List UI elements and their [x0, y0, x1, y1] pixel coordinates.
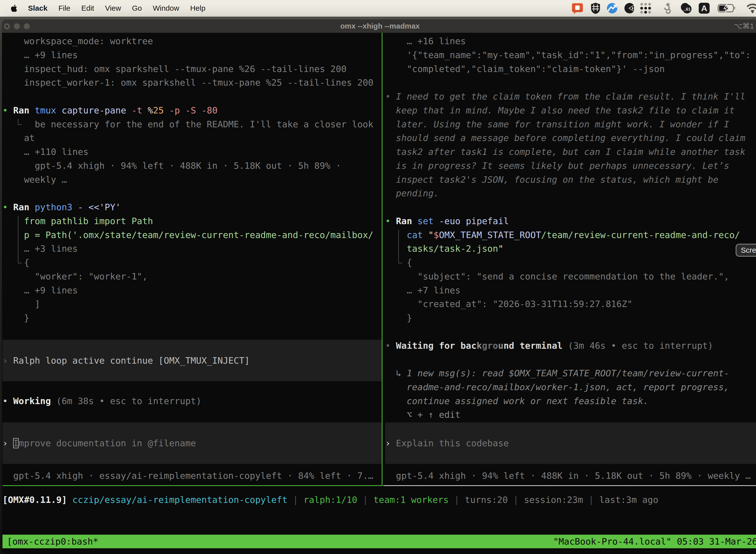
terminal-text-segment: p = Path('.omx/state/team/review-current… — [2, 230, 374, 240]
terminal-text-segment: | — [583, 495, 599, 505]
terminal-line: tasks/task-2.json" — [385, 242, 756, 256]
terminal-text-segment: " — [498, 243, 504, 254]
terminal-line: weekly … — [2, 173, 382, 187]
terminal-text-segment: at — [2, 133, 35, 143]
terminal-text-segment: { — [2, 258, 29, 268]
terminal-line: task2 after task1 is complete, but can I… — [385, 145, 756, 159]
terminal-text-segment: gpt-5.4 xhigh · 94% left · 488K in · 5.1… — [385, 470, 751, 481]
terminal-text-segment: I — [13, 438, 19, 448]
svg-text:A: A — [701, 3, 707, 13]
tmux-pane-right[interactable]: … +16 lines '{"team_name":"my-team","tas… — [385, 33, 756, 486]
screenshot-chat-icon[interactable] — [571, 2, 583, 14]
terminal-line: be necessary for the end of the README. … — [2, 117, 382, 131]
tmux-pane-divider[interactable] — [382, 33, 382, 486]
terminal-text-segment: $ — [434, 230, 439, 240]
model-status-line: gpt-5.4 xhigh · 94% left · 488K in · 5.1… — [385, 469, 756, 483]
prompt-line: › Explain this codebase — [385, 436, 756, 450]
terminal-line: should send a message before completing … — [385, 131, 756, 145]
terminal-text-segment: "subject": "send a concise recommendatio… — [385, 271, 729, 281]
terminal-text-segment: keep that in mind. Maybe I also need the… — [385, 105, 735, 115]
omx-status-line-text: [OMX#0.11.9] cczip/essay/ai-reimplementa… — [2, 493, 756, 507]
terminal-text-segment: " — [428, 230, 434, 240]
terminal-text-segment: later. Using the same for transition mig… — [385, 119, 729, 129]
terminal-content[interactable]: workspace_mode: worktree … +9 lines insp… — [2, 33, 756, 554]
terminal-text-segment: ralph:1/10 — [304, 495, 358, 505]
terminal-text-segment: workspace_mode: worktree — [2, 36, 153, 46]
terminal-line: { — [2, 256, 382, 270]
terminal-text-segment: } — [2, 313, 29, 323]
terminal-text-segment: • — [385, 216, 396, 226]
terminal-line: inspect_worker-1: omx sparkshell --tmux-… — [2, 76, 382, 90]
terminal-line: • Ran set -euo pipefail — [385, 214, 756, 228]
tmux-pane-left[interactable]: workspace_mode: worktree … +9 lines insp… — [2, 33, 382, 486]
terminal-text-segment: ⌥ + ↑ edit — [385, 409, 460, 420]
terminal-line: … +16 lines — [385, 34, 756, 48]
terminal-line: • I need to get the claim token from the… — [385, 90, 756, 104]
terminal-text-segment: % — [147, 105, 153, 115]
wireguard-dragon-icon[interactable] — [662, 2, 672, 14]
terminal-text-segment — [196, 105, 201, 115]
battery-charging-icon[interactable] — [717, 3, 737, 13]
terminal-text-segment — [29, 202, 35, 212]
terminal-line: keep that in mind. Maybe I also need the… — [385, 104, 756, 117]
terminal-line: "worker": "worker-1", — [2, 270, 382, 283]
terminal-line: from pathlib import Path — [2, 214, 382, 228]
terminal-text-segment: (3m 46s • esc to interrupt) — [563, 340, 713, 351]
terminal-text-segment: python3 — [35, 202, 72, 212]
terminal-text-segment: • — [2, 202, 13, 212]
terminal-line: … +3 lines — [2, 242, 382, 256]
terminal-text-segment: is in progress? It seems likely but perh… — [385, 161, 729, 171]
terminal-text-segment: (6m 38s • esc to interrupt) — [51, 396, 201, 406]
terminal-line: • Waiting for background terminal (3m 46… — [385, 339, 756, 353]
terminal-text-segment: I need to get the claim token from the c… — [396, 91, 745, 102]
terminal-text-segment: ↳ 1 new msg(s): read $OMX_TEAM_STATE_ROO… — [385, 368, 729, 378]
terminal-text-segment: Waiting for bac — [396, 340, 477, 351]
terminal-text-segment: | — [358, 495, 374, 505]
terminal-text-segment: … +9 lines — [2, 50, 78, 60]
terminal-text-segment: Ran — [13, 202, 29, 212]
terminal-text-segment: capture-pane — [62, 105, 126, 115]
terminal-text-segment: be necessary for the end of the README. … — [2, 119, 374, 129]
svg-text:..61: ..61 — [684, 7, 691, 12]
terminal-text-segment: gro — [482, 340, 498, 351]
terminal-text-segment: '{"team_name":"my-team","task_id":"1","f… — [385, 50, 751, 60]
terminal-line: is in progress? It seems likely but perh… — [385, 159, 756, 173]
terminal-text-segment: … +110 lines — [2, 147, 88, 157]
terminal-text-segment: "created_at": "2026-03-31T11:59:27.816Z" — [385, 299, 632, 309]
terminal-text-segment: -p — [169, 105, 180, 115]
terminal-text-segment — [72, 202, 78, 212]
shield-grid-icon[interactable] — [590, 2, 601, 14]
terminal-text-segment: OMX_TEAM_STATE_ROOT — [439, 230, 541, 240]
terminal-line: ] — [2, 297, 382, 311]
terminal-text-segment: readme-and-reco/mailbox/worker-1.json, a… — [385, 382, 729, 392]
window-titlebar[interactable]: omx --xhigh --madmax ⌥⌘1 — [2, 19, 756, 33]
terminal-line: at — [2, 131, 382, 145]
terminal-text-segment — [180, 105, 185, 115]
dots-grid-icon[interactable] — [640, 2, 651, 14]
network-badge[interactable]: ..61 — [680, 2, 693, 14]
terminal-text-segment — [434, 216, 439, 226]
terminal-line: continue assigned work or next feasible … — [385, 394, 756, 408]
terminal-text-segment: inspect task2's JSON, focusing on the st… — [385, 174, 718, 185]
terminal-line: ↳ 1 new msg(s): read $OMX_TEAM_STATE_ROO… — [385, 366, 756, 380]
menu-status-icons: ..61 A — [0, 0, 756, 16]
terminal-text-segment: /team/review-current-readme-and-reco/ — [541, 230, 740, 240]
pacman-circle-icon[interactable] — [623, 2, 635, 14]
input-source-key[interactable]: A — [698, 2, 710, 14]
screen-overlay-chip[interactable]: Scre — [736, 244, 756, 257]
terminal-text-segment: -t — [131, 105, 142, 115]
terminal-text-segment: { — [385, 258, 412, 268]
terminal-text-segment: Explain this codebase — [396, 438, 509, 448]
terminal-text-segment — [412, 216, 418, 226]
pane-border-bottom-left — [2, 485, 382, 486]
terminal-text-segment: last:3m ago — [599, 495, 658, 505]
wifi-icon[interactable] — [746, 3, 756, 13]
terminal-text-segment: u — [498, 340, 504, 351]
terminal-text-segment: • — [2, 105, 13, 115]
trend-circle-icon[interactable] — [606, 2, 618, 14]
terminal-text-segment: • — [385, 340, 396, 351]
menu-bar: Slack File Edit View Go Window Help — [0, 0, 756, 17]
terminal-line: readme-and-reco/mailbox/worker-1.json, a… — [385, 380, 756, 394]
terminal-line: "created_at": "2026-03-31T11:59:27.816Z" — [385, 297, 756, 311]
prompt-line: › Improve documentation in @filename — [2, 436, 382, 450]
